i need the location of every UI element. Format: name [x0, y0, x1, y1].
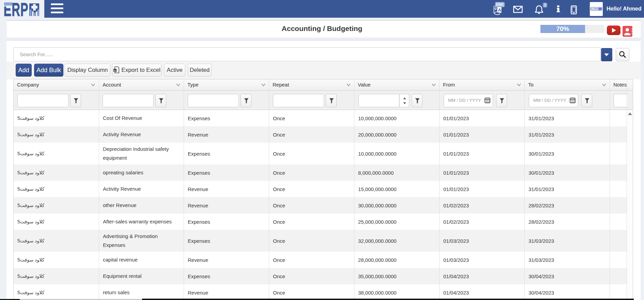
svg-text:x: x [114, 69, 116, 72]
svg-text:A: A [498, 7, 502, 13]
